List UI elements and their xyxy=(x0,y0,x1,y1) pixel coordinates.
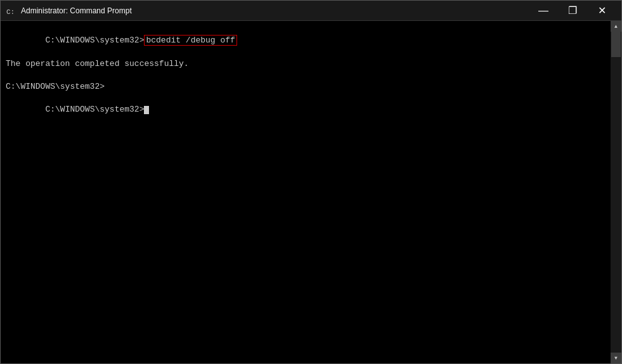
window-title: Administrator: Command Prompt xyxy=(21,6,529,15)
terminal-content[interactable]: C:\WINDOWS\system32>bcdedit /debug off T… xyxy=(1,21,611,363)
close-button[interactable]: ✕ xyxy=(587,1,616,21)
maximize-button[interactable]: ❐ xyxy=(558,1,587,21)
scrollbar-thumb[interactable] xyxy=(611,32,621,57)
scroll-up-arrow[interactable]: ▲ xyxy=(611,21,621,32)
terminal-line-2: The operation completed successfully. xyxy=(6,58,606,70)
terminal-line-3: C:\WINDOWS\system32> xyxy=(6,81,606,93)
prompt-4: C:\WINDOWS\system32> xyxy=(45,105,144,114)
terminal-line-4: C:\WINDOWS\system32> xyxy=(6,93,606,127)
prompt-1: C:\WINDOWS\system32> xyxy=(45,36,144,45)
svg-text:C:: C: xyxy=(6,8,15,16)
cmd-icon: C: xyxy=(6,6,16,16)
scroll-down-arrow[interactable]: ▼ xyxy=(611,353,621,363)
window-controls: — ❐ ✕ xyxy=(529,1,616,21)
minimize-button[interactable]: — xyxy=(529,1,558,21)
window-body: C:\WINDOWS\system32>bcdedit /debug off T… xyxy=(1,21,621,363)
terminal-line-1: C:\WINDOWS\system32>bcdedit /debug off xyxy=(6,23,606,58)
command-highlight: bcdedit /debug off xyxy=(144,35,236,46)
cursor xyxy=(144,106,149,114)
window: C: Administrator: Command Prompt — ❐ ✕ C… xyxy=(0,0,622,364)
scrollbar-track[interactable] xyxy=(611,32,621,353)
empty-line-1 xyxy=(6,70,606,81)
title-bar: C: Administrator: Command Prompt — ❐ ✕ xyxy=(1,1,621,21)
scrollbar: ▲ ▼ xyxy=(611,21,621,363)
